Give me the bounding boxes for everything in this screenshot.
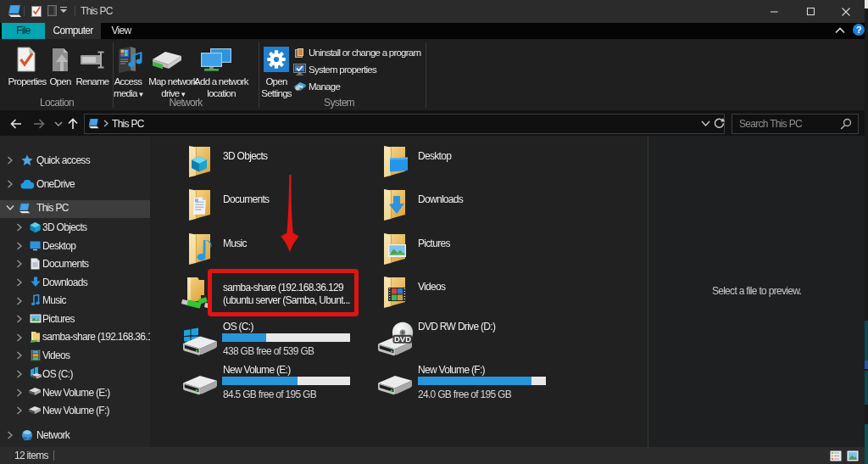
svg-text:DVD: DVD <box>394 334 411 344</box>
